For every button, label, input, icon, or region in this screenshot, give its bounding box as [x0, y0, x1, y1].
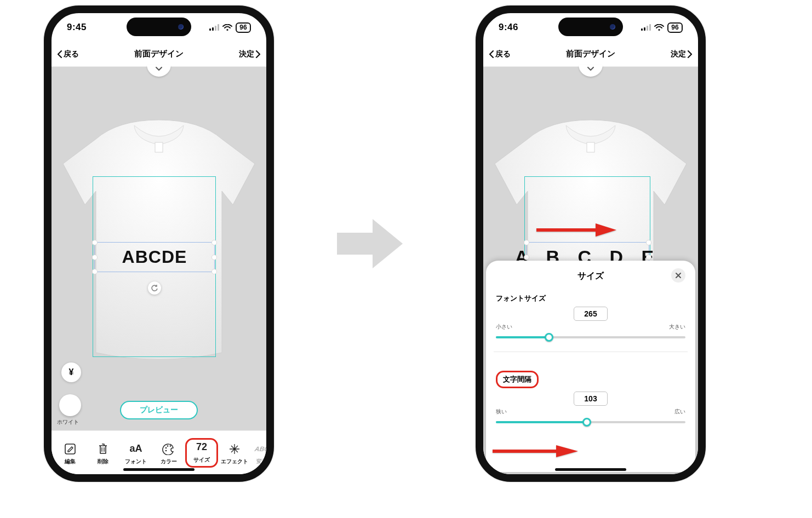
- svg-rect-8: [587, 142, 594, 152]
- battery-icon: 96: [667, 22, 683, 33]
- cell-signal-icon: [641, 24, 651, 31]
- chevron-right-icon: [255, 50, 261, 58]
- battery-icon: 96: [236, 22, 251, 33]
- close-icon: [675, 272, 682, 279]
- tool-shape-button[interactable]: ABC 変形: [251, 440, 273, 465]
- tool-size-button[interactable]: 72 サイズ: [185, 438, 218, 468]
- resize-handle-icon[interactable]: [92, 255, 98, 260]
- divider: [494, 352, 688, 352]
- panel-close-button[interactable]: [671, 268, 685, 283]
- resize-handle-icon[interactable]: [211, 269, 217, 274]
- tool-effect-button[interactable]: エフェクト: [218, 440, 251, 465]
- status-time: 9:46: [499, 22, 518, 33]
- palette-icon: [162, 442, 175, 456]
- rotate-handle-button[interactable]: [148, 281, 161, 295]
- phone-left: 9:45 96 戻る 前面デザイン 決定: [44, 5, 274, 482]
- tool-label: サイズ: [193, 456, 210, 464]
- trash-icon: [98, 442, 108, 456]
- home-indicator: [555, 468, 626, 471]
- nav-back-label: 戻る: [495, 49, 511, 59]
- slider-max-label: 大きい: [669, 323, 685, 331]
- letter-spacing-input[interactable]: 103: [574, 392, 608, 406]
- tool-label: エフェクト: [221, 458, 248, 465]
- svg-point-4: [167, 445, 169, 447]
- price-button[interactable]: ¥: [61, 362, 81, 382]
- nav-title: 前面デザイン: [134, 49, 184, 59]
- preview-label: プレビュー: [140, 405, 178, 414]
- nav-done-label: 決定: [671, 49, 686, 59]
- sparkle-icon: [228, 442, 241, 456]
- resize-handle-icon[interactable]: [524, 255, 529, 260]
- resize-handle-icon[interactable]: [211, 255, 217, 260]
- color-swatch-button[interactable]: [59, 394, 81, 416]
- toolbar: 編集 削除 aA フォント カラー 72 サイズ エフェクト ABC 変形: [52, 430, 266, 474]
- font-size-label: フォントサイズ: [496, 293, 546, 303]
- cell-signal-icon: [209, 24, 219, 31]
- svg-point-6: [165, 450, 167, 451]
- font-size-input[interactable]: 265: [574, 307, 608, 321]
- tool-label: カラー: [161, 458, 177, 465]
- slider-min-label: 狭い: [496, 408, 507, 416]
- tool-label: 削除: [98, 458, 108, 465]
- tool-delete-button[interactable]: 削除: [87, 440, 119, 465]
- letter-spacing-slider[interactable]: [496, 417, 685, 428]
- chevron-down-icon: [587, 66, 594, 72]
- wifi-icon: [654, 24, 664, 31]
- nav-back-label: 戻る: [64, 49, 79, 59]
- nav-done-label: 決定: [239, 49, 254, 59]
- slider-thumb-icon[interactable]: [582, 418, 591, 427]
- navbar: 戻る 前面デザイン 決定: [52, 42, 266, 67]
- chevron-down-icon: [155, 66, 163, 72]
- svg-rect-2: [65, 444, 75, 454]
- phone-right: 9:46 96 戻る 前面デザイン 決定: [476, 5, 706, 482]
- resize-handle-icon[interactable]: [646, 240, 651, 245]
- text-warp-icon: ABC: [254, 442, 270, 456]
- nav-done-button[interactable]: 決定: [671, 49, 693, 59]
- svg-rect-1: [155, 142, 163, 152]
- design-canvas[interactable]: ABCDE ¥ ホワイト プレビュー: [52, 67, 266, 430]
- svg-point-3: [165, 447, 167, 448]
- tool-label: 変形: [256, 458, 267, 465]
- chevron-left-icon: [489, 50, 494, 58]
- chevron-right-icon: [687, 50, 693, 58]
- size-value: 72: [196, 441, 207, 454]
- nav-back-button[interactable]: 戻る: [57, 49, 79, 59]
- resize-handle-icon[interactable]: [646, 255, 651, 260]
- rotate-icon: [151, 284, 158, 292]
- pencil-square-icon: [64, 442, 76, 456]
- annotation-arrow-icon: [491, 444, 579, 459]
- slider-thumb-icon[interactable]: [545, 333, 553, 342]
- text-selection-box[interactable]: ABCDE: [94, 242, 215, 272]
- svg-point-5: [170, 445, 171, 447]
- tool-label: 編集: [65, 458, 76, 465]
- svg-point-0: [226, 28, 228, 30]
- tool-edit-button[interactable]: 編集: [54, 440, 87, 465]
- chevron-left-icon: [57, 50, 62, 58]
- resize-handle-icon[interactable]: [92, 269, 98, 274]
- resize-handle-icon[interactable]: [524, 240, 529, 245]
- size-panel: サイズ フォントサイズ 265 小さい 大きい 文字間隔 103 狭い 広い: [486, 261, 695, 472]
- tool-font-button[interactable]: aA フォント: [119, 440, 152, 465]
- preview-button[interactable]: プレビュー: [120, 401, 198, 419]
- nav-back-button[interactable]: 戻る: [489, 49, 511, 59]
- transition-arrow-icon: [334, 214, 405, 274]
- panel-title: サイズ: [577, 270, 604, 282]
- color-swatch-label: ホワイト: [57, 418, 79, 426]
- slider-max-label: 広い: [674, 408, 685, 416]
- resize-handle-icon[interactable]: [92, 240, 98, 245]
- design-text: ABCDE: [122, 247, 187, 267]
- wifi-icon: [222, 24, 232, 31]
- tool-color-button[interactable]: カラー: [152, 440, 185, 465]
- home-indicator: [123, 468, 195, 471]
- resize-handle-icon[interactable]: [211, 240, 217, 245]
- navbar: 戻る 前面デザイン 決定: [483, 42, 698, 67]
- annotation-arrow-icon: [535, 222, 617, 238]
- dynamic-island: [558, 18, 623, 36]
- font-size-slider[interactable]: [496, 332, 685, 343]
- nav-title: 前面デザイン: [566, 49, 615, 59]
- status-time: 9:45: [67, 22, 87, 33]
- font-icon: aA: [129, 442, 142, 456]
- svg-point-7: [658, 28, 660, 30]
- dynamic-island: [127, 18, 191, 36]
- nav-done-button[interactable]: 決定: [239, 49, 261, 59]
